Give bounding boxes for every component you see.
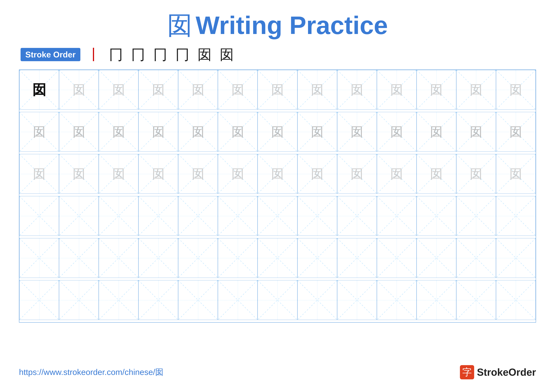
grid-cell-r2c11[interactable]: 囡 [416,112,456,152]
grid-cell-r4c7[interactable] [258,196,297,236]
grid-cell-r4c13[interactable] [496,196,536,236]
grid-cell-r3c4[interactable]: 囡 [139,154,178,194]
grid-cell-r3c3[interactable]: 囡 [99,154,139,194]
grid-cell-r5c10[interactable] [377,238,416,278]
grid-cell-r6c10[interactable] [377,280,416,320]
grid-cell-r6c7[interactable] [258,280,297,320]
grid-cell-r3c7[interactable]: 囡 [258,154,297,194]
cell-char: 囡 [470,126,482,138]
grid-cell-r1c6[interactable]: 囡 [218,70,258,110]
grid-cell-r4c1[interactable] [19,196,59,236]
grid-cell-r5c5[interactable] [178,238,218,278]
grid-cell-r6c9[interactable] [337,280,377,320]
svg-line-125 [417,238,456,278]
grid-cell-r1c3[interactable]: 囡 [99,70,139,110]
grid-cell-r3c2[interactable]: 囡 [59,154,99,194]
grid-cell-r3c9[interactable]: 囡 [337,154,377,194]
grid-cell-r6c1[interactable] [19,280,59,320]
cell-char: 囡 [33,126,45,138]
cell-char: 囡 [430,168,443,180]
grid-cell-r4c3[interactable] [99,196,139,236]
grid-cell-r3c8[interactable]: 囡 [297,154,337,194]
grid-cell-r3c13[interactable]: 囡 [496,154,536,194]
grid-cell-r5c9[interactable] [337,238,377,278]
svg-line-89 [218,196,257,236]
grid-cell-r3c12[interactable]: 囡 [456,154,496,194]
grid-cell-r3c11[interactable]: 囡 [416,154,456,194]
grid-cell-r4c8[interactable] [297,196,337,236]
grid-cell-r5c11[interactable] [416,238,456,278]
grid-cell-r1c8[interactable]: 囡 [297,70,337,110]
grid-cell-r2c1[interactable]: 囡 [19,112,59,152]
svg-line-110 [139,238,178,278]
grid-cell-r2c13[interactable]: 囡 [496,112,536,152]
grid-cell-r1c1[interactable]: 囡 [19,70,59,110]
grid-cell-r2c6[interactable]: 囡 [218,112,258,152]
grid-cell-r3c10[interactable]: 囡 [377,154,416,194]
cell-char: 囡 [510,126,522,138]
grid-cell-r5c12[interactable] [456,238,496,278]
grid-cell-r6c4[interactable] [139,280,178,320]
grid-cell-r2c3[interactable]: 囡 [99,112,139,152]
svg-line-149 [377,280,416,320]
grid-cell-r4c11[interactable] [416,196,456,236]
grid-cell-r6c3[interactable] [99,280,139,320]
grid-cell-r2c8[interactable]: 囡 [297,112,337,152]
grid-cell-r5c8[interactable] [297,238,337,278]
grid-cell-r2c9[interactable]: 囡 [337,112,377,152]
grid-cell-r1c5[interactable]: 囡 [178,70,218,110]
grid-cell-r1c7[interactable]: 囡 [258,70,297,110]
svg-line-94 [337,196,377,236]
cell-char: 囡 [430,84,443,96]
svg-line-105 [20,238,59,278]
grid-cell-r2c7[interactable]: 囡 [258,112,297,152]
grid-cell-r1c9[interactable]: 囡 [337,70,377,110]
grid-cell-r4c6[interactable] [218,196,258,236]
svg-line-88 [218,196,257,236]
grid-cell-r6c13[interactable] [496,280,536,320]
grid-cell-r1c12[interactable]: 囡 [456,70,496,110]
grid-cell-r6c12[interactable] [456,280,496,320]
svg-line-113 [178,238,218,278]
grid-cell-r5c3[interactable] [99,238,139,278]
grid-cell-r6c6[interactable] [218,280,258,320]
grid-cell-r1c4[interactable]: 囡 [139,70,178,110]
cell-char: 囡 [311,126,323,138]
grid-cell-r6c5[interactable] [178,280,218,320]
cell-char: 囡 [152,126,165,138]
grid-cell-r6c11[interactable] [416,280,456,320]
stroke-step-4: 冂 [153,47,167,62]
grid-cell-r4c4[interactable] [139,196,178,236]
grid-cell-r5c4[interactable] [139,238,178,278]
grid-cell-r5c13[interactable] [496,238,536,278]
grid-cell-r2c2[interactable]: 囡 [59,112,99,152]
svg-line-134 [99,280,138,320]
grid-cell-r2c10[interactable]: 囡 [377,112,416,152]
grid-cell-r1c13[interactable]: 囡 [496,70,536,110]
grid-cell-r4c5[interactable] [178,196,218,236]
grid-cell-r4c12[interactable] [456,196,496,236]
footer-url[interactable]: https://www.strokeorder.com/chinese/囡 [19,367,163,378]
grid-cell-r4c9[interactable] [337,196,377,236]
grid-cell-r4c2[interactable] [59,196,99,236]
svg-line-106 [59,238,99,278]
grid-cell-r1c10[interactable]: 囡 [377,70,416,110]
grid-cell-r6c8[interactable] [297,280,337,320]
grid-cell-r3c5[interactable]: 囡 [178,154,218,194]
grid-cell-r5c6[interactable] [218,238,258,278]
grid-cell-r4c10[interactable] [377,196,416,236]
grid-cell-r2c4[interactable]: 囡 [139,112,178,152]
grid-cell-r1c2[interactable]: 囡 [59,70,99,110]
grid-cell-r3c6[interactable]: 囡 [218,154,258,194]
grid-cell-r5c7[interactable] [258,238,297,278]
grid-cell-r2c12[interactable]: 囡 [456,112,496,152]
grid-cell-r3c1[interactable]: 囡 [19,154,59,194]
cell-char: 囡 [232,84,244,96]
svg-line-146 [337,280,377,320]
cell-char: 囡 [73,126,85,138]
grid-cell-r6c2[interactable] [59,280,99,320]
grid-cell-r5c2[interactable] [59,238,99,278]
grid-cell-r5c1[interactable] [19,238,59,278]
grid-cell-r1c11[interactable]: 囡 [416,70,456,110]
grid-cell-r2c5[interactable]: 囡 [178,112,218,152]
